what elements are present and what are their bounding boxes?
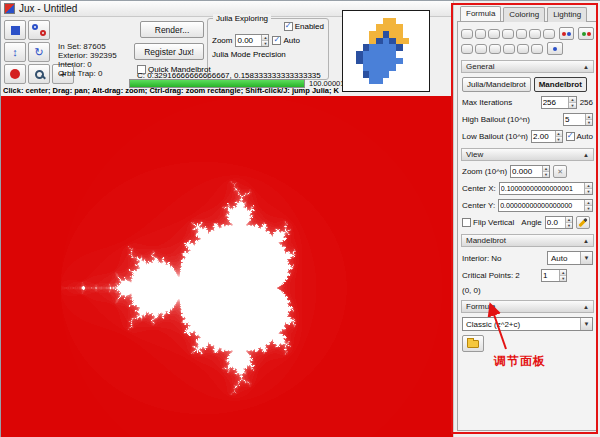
interior-mode-dropdown[interactable]: Auto ▼ [547,251,593,265]
folder-icon [467,340,479,348]
center-x-spinner[interactable]: ▲▼ [499,182,593,195]
palette-options-button[interactable] [547,42,563,55]
chevron-down-icon[interactable]: ▼ [580,252,592,264]
zoom-spinner[interactable]: ▲▼ [510,165,550,178]
rotate-tool-button[interactable] [576,216,590,229]
julia-enabled-checkbox[interactable]: Enabled [284,22,324,31]
angle-input[interactable] [546,217,565,228]
spinner-arrows[interactable]: ▲▼ [555,131,562,142]
section-mandelbrot-title: Mandelbrot [466,236,506,245]
interior-label: Interior: No [462,254,544,263]
render-button[interactable]: Render... [140,21,204,38]
collapse-arrow-icon[interactable]: ▲ [583,64,589,70]
red-dot-icon [587,32,591,36]
preset-button[interactable] [461,44,473,54]
collapse-arrow-icon[interactable]: ▲ [583,304,589,310]
spinner-arrows[interactable]: ▲▼ [585,114,592,125]
new-fractal-button[interactable] [4,20,26,40]
history-button[interactable]: ↕ [4,42,26,62]
preset-button[interactable] [543,29,555,39]
preset-button[interactable] [475,29,487,39]
stat-interior: Interior: 0 [58,60,117,69]
julia-preview-thumbnail[interactable] [342,10,430,92]
preset-button[interactable] [461,29,473,39]
blue-square-icon [11,26,20,35]
zoom-input[interactable] [511,166,542,177]
zoom-tool-button[interactable] [28,64,50,84]
spinner-arrows[interactable]: ▲▼ [559,270,566,281]
preset-button[interactable] [517,44,529,54]
blue-dot-icon [567,32,571,36]
max-iterations-spinner[interactable]: ▲▼ [541,96,577,109]
preset-button[interactable] [529,29,541,39]
refresh-button[interactable]: ↻ [28,42,50,62]
collapse-arrow-icon[interactable]: ▲ [583,238,589,244]
julia-zoom-input[interactable] [236,35,261,46]
open-formula-button[interactable] [462,335,484,352]
julia-auto-checkbox[interactable]: Auto [272,36,299,45]
high-bailout-label: High Bailout (10^n) [462,115,560,124]
checkbox-mark [566,132,575,141]
angle-spinner[interactable]: ▲▼ [545,216,573,229]
spinner-arrows[interactable]: ▲▼ [565,217,572,228]
section-general[interactable]: General ▲ [461,60,594,73]
palette-random-button[interactable] [578,27,594,40]
zoom-reset-button[interactable]: ✕ [553,165,567,178]
preset-button[interactable] [488,29,500,39]
high-bailout-spinner[interactable]: ▲▼ [563,113,593,126]
flip-vertical-checkbox[interactable]: Flip Vertical [462,218,514,227]
tab-coloring[interactable]: Coloring [503,7,545,22]
section-formula[interactable]: Formula ▲ [461,300,594,313]
low-bailout-spinner[interactable]: ▲▼ [531,130,563,143]
red-dot-icon [562,32,566,36]
preset-button[interactable] [502,29,514,39]
low-bailout-label: Low Bailout (10^n) [462,132,528,141]
stat-orbit-trap: Orbit Trap: 0 [58,69,117,78]
julia-zoom-label: Zoom [212,36,232,45]
low-bailout-input[interactable] [532,131,555,142]
center-x-label: Center X: [462,184,496,193]
palette-button[interactable] [28,20,50,40]
preset-button[interactable] [489,44,501,54]
preset-button[interactable] [503,44,515,54]
julia-mandelbrot-button[interactable]: Julia/Mandelbrot [462,77,531,92]
formula-dropdown[interactable]: Classic (z^2+c) ▼ [462,317,593,331]
stat-in-set: In Set: 87605 [58,42,117,51]
julia-zoom-spinner[interactable]: ▲▼ [235,34,269,47]
checkbox-mark [284,22,293,31]
critical-point-input[interactable] [542,270,559,281]
spinner-arrows[interactable]: ▲▼ [542,166,549,177]
low-bailout-auto-checkbox[interactable]: Auto [566,132,593,141]
palette-edit-button[interactable] [559,27,575,40]
stop-button[interactable] [4,64,26,84]
angle-label: Angle [521,218,541,227]
preset-button[interactable] [475,44,487,54]
preset-button[interactable] [531,44,543,54]
refresh-icon: ↻ [34,46,43,59]
register-button[interactable]: Register Jux! [134,43,204,60]
enabled-label: Enabled [295,22,324,31]
center-x-input[interactable] [500,183,584,194]
spinner-arrows[interactable]: ▲▼ [568,97,575,108]
critical-point-spinner[interactable]: ▲▼ [541,269,567,282]
spinner-arrows[interactable]: ▲▼ [584,183,592,194]
spinner-arrows[interactable]: ▲▼ [261,35,268,46]
mandelbrot-canvas[interactable] [1,96,453,437]
center-y-label: Center Y: [462,201,495,210]
center-y-spinner[interactable]: ▲▼ [498,199,593,212]
checkbox-mark [462,218,471,227]
mandelbrot-button[interactable]: Mandelbrot [534,77,587,92]
spinner-arrows[interactable]: ▲▼ [584,200,592,211]
section-mandelbrot[interactable]: Mandelbrot ▲ [461,234,594,247]
collapse-arrow-icon[interactable]: ▲ [583,152,589,158]
high-bailout-input[interactable] [564,114,585,125]
checkbox-mark [272,36,281,45]
max-iterations-input[interactable] [542,97,569,108]
tab-lighting[interactable]: Lighting [547,7,587,22]
chevron-down-icon[interactable]: ▼ [580,318,592,330]
tab-formula[interactable]: Formula [460,6,501,21]
preset-button[interactable] [516,29,528,39]
section-view[interactable]: View ▲ [461,148,594,161]
magnifier-icon [35,70,44,79]
center-y-input[interactable] [499,200,584,211]
